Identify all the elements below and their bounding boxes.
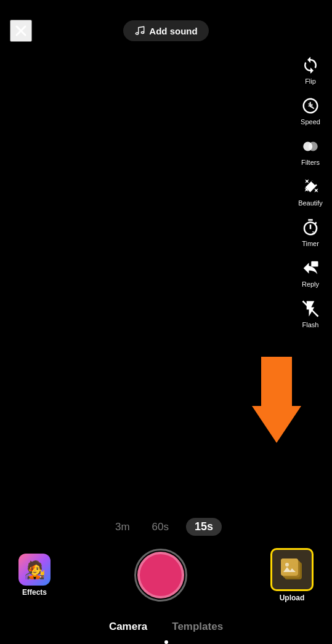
beautify-icon — [299, 176, 322, 198]
add-sound-label: Add sound — [149, 26, 197, 36]
sidebar-item-flip[interactable]: Flip — [294, 49, 327, 90]
svg-marker-6 — [252, 357, 301, 443]
flip-icon — [299, 54, 322, 76]
effects-thumbnail: 🧑‍🎤 — [18, 554, 51, 586]
upload-stack-icon — [281, 559, 303, 581]
right-sidebar: Flip 1x Speed Filters Beautify — [294, 49, 327, 333]
filters-label: Filters — [301, 159, 320, 166]
svg-text:1x: 1x — [308, 102, 314, 108]
bottom-nav: Camera Templates — [0, 612, 332, 639]
svg-rect-4 — [311, 261, 318, 267]
filters-icon — [299, 135, 322, 157]
svg-point-2 — [309, 142, 318, 151]
flash-label: Flash — [302, 321, 319, 328]
nav-dot-indicator — [164, 640, 168, 644]
reply-label: Reply — [302, 280, 319, 288]
arrow-overlay — [252, 357, 301, 443]
svg-point-8 — [285, 563, 289, 566]
stack-layer-3 — [281, 559, 298, 576]
tab-templates[interactable]: Templates — [172, 618, 223, 635]
timer-icon: 3 — [299, 217, 322, 239]
sidebar-item-flash[interactable]: Flash — [294, 293, 327, 333]
speed-icon: 1x — [299, 95, 322, 117]
effects-button[interactable]: 🧑‍🎤 Effects — [18, 554, 51, 597]
beautify-label: Beautify — [298, 199, 323, 207]
duration-row: 3m 60s 15s — [110, 518, 222, 536]
speed-label: Speed — [301, 118, 320, 125]
timer-label: Timer — [302, 240, 319, 247]
upload-box — [270, 548, 314, 591]
sidebar-item-speed[interactable]: 1x Speed — [294, 90, 327, 130]
svg-rect-7 — [281, 559, 298, 576]
header: Add sound — [0, 0, 332, 49]
reply-icon — [299, 257, 322, 279]
sidebar-item-timer[interactable]: 3 Timer — [294, 212, 327, 252]
upload-label: Upload — [280, 594, 305, 602]
sidebar-item-filters[interactable]: Filters — [294, 130, 327, 171]
upload-button[interactable]: Upload — [270, 548, 314, 602]
tab-camera[interactable]: Camera — [109, 618, 147, 635]
svg-text:3: 3 — [312, 230, 315, 234]
add-sound-button[interactable]: Add sound — [123, 20, 208, 41]
controls-row: 🧑‍🎤 Effects — [0, 548, 332, 602]
duration-60s[interactable]: 60s — [147, 519, 174, 536]
sidebar-item-beautify[interactable]: Beautify — [294, 171, 327, 212]
duration-15s-active[interactable]: 15s — [186, 518, 222, 536]
sidebar-item-reply[interactable]: Reply — [294, 252, 327, 293]
camera-viewfinder — [0, 0, 332, 564]
flip-label: Flip — [305, 78, 316, 85]
effects-char: 🧑‍🎤 — [18, 554, 51, 586]
flash-icon — [299, 298, 322, 320]
bottom-section: 3m 60s 15s 🧑‍🎤 Effects — [0, 496, 332, 644]
duration-3m[interactable]: 3m — [110, 519, 135, 536]
record-button-outer[interactable] — [134, 549, 187, 602]
record-button[interactable] — [137, 552, 184, 598]
effects-label: Effects — [22, 588, 47, 597]
close-button[interactable] — [10, 20, 32, 42]
